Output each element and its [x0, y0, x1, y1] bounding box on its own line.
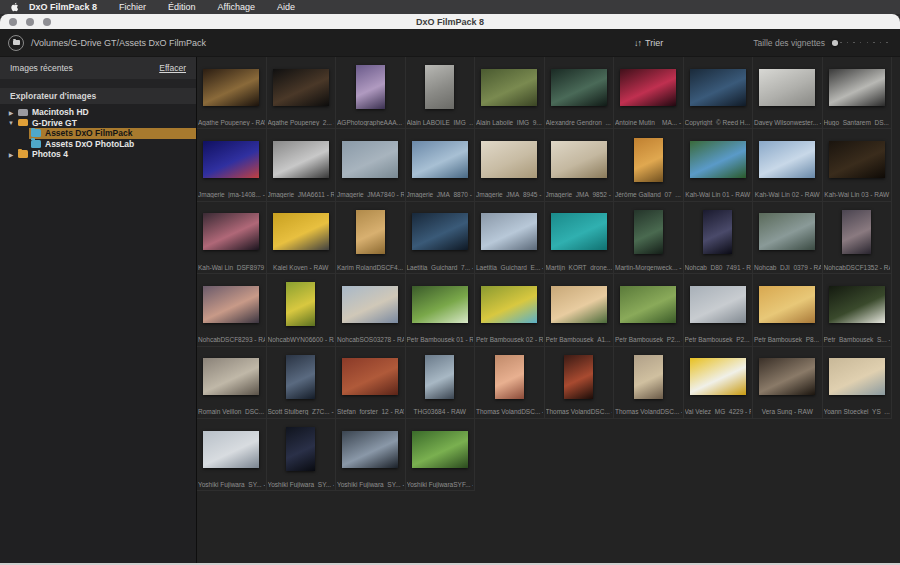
thumbnail-item[interactable]: NohcabSOS03278 - RAW — [336, 274, 406, 346]
thumbnail-image[interactable] — [203, 286, 259, 323]
thumbnail-item[interactable]: Petr_Bambousek_S... - RAW — [823, 274, 893, 346]
thumbnail-image[interactable] — [759, 141, 815, 178]
thumbnail-image[interactable] — [412, 141, 468, 178]
thumbnail-item[interactable]: AGPhotographeAAA... - RAW — [336, 57, 406, 129]
thumbnail-image[interactable] — [273, 213, 329, 250]
thumbnail-image[interactable] — [273, 141, 329, 178]
thumbnail-item[interactable]: Jérôme Galland_07_... - RAW — [614, 129, 684, 201]
thumbnail-item[interactable]: Thomas VolandDSC... - RAW — [614, 347, 684, 419]
thumbnail-item[interactable]: Antoine Mutin__MA... - RAW — [614, 57, 684, 129]
thumbnail-item[interactable]: Laetitia_Guichard_7... - RAW — [406, 202, 476, 274]
thumbnail-image[interactable] — [495, 355, 524, 399]
chevron-right-icon[interactable]: ▶ — [6, 109, 16, 116]
thumbnail-item[interactable]: Karim RolandDSCF4... - RAW — [336, 202, 406, 274]
thumbnail-image[interactable] — [481, 69, 537, 106]
thumbnail-image[interactable] — [690, 358, 746, 395]
thumbnail-item[interactable]: NohcabDSCF8293 - RAW — [197, 274, 267, 346]
thumbnail-item[interactable]: Romain Veillon_DSC... - RAW — [197, 347, 267, 419]
thumbnail-item[interactable]: Petr Bambousek 02 - RAW — [475, 274, 545, 346]
thumbnail-item[interactable]: Kah-Wai Lin 02 - RAW — [753, 129, 823, 201]
thumbnail-image[interactable] — [551, 141, 607, 178]
thumbnail-item[interactable]: Scott Stulberg_Z7C... - RAW — [267, 347, 337, 419]
thumbnail-image[interactable] — [412, 213, 468, 250]
menu-affichage[interactable]: Affichage — [207, 2, 266, 12]
thumbnail-item[interactable]: Thomas VolandDSC... - RAW — [545, 347, 615, 419]
thumbnail-image[interactable] — [842, 210, 871, 254]
thumbnail-item[interactable]: Kah-Wai Lin_DSF8979 - RAW — [197, 202, 267, 274]
thumbnail-image[interactable] — [425, 65, 454, 109]
thumbnail-item[interactable]: Jmagerie_JMA_8945 - RAW — [475, 129, 545, 201]
thumbnail-item[interactable]: Jmagerie_JMA7840 - RAW — [336, 129, 406, 201]
thumbnail-image[interactable] — [551, 69, 607, 106]
thumbnail-item[interactable]: Petr Bambousek_P8... - RAW — [753, 274, 823, 346]
thumbnail-image[interactable] — [356, 65, 385, 109]
menu-edition[interactable]: Édition — [157, 2, 207, 12]
thumbnail-item[interactable]: Jmagerie_JMA_8870 - RAW — [406, 129, 476, 201]
thumbnail-image[interactable] — [634, 138, 663, 182]
thumbnail-image[interactable] — [342, 431, 398, 468]
thumbnail-item[interactable]: Petr Bambousek_P2... - RAW — [684, 274, 754, 346]
thumbnail-image[interactable] — [829, 141, 885, 178]
thumbnail-image[interactable] — [412, 431, 468, 468]
clear-recent-link[interactable]: Effacer — [159, 63, 186, 73]
thumbnail-image[interactable] — [203, 431, 259, 468]
thumbnail-item[interactable]: Copyright_© Reed H... - RAW — [684, 57, 754, 129]
thumbnail-item[interactable]: Petr Bambousek_A1... - RAW — [545, 274, 615, 346]
sidebar-item-g-drive-gt[interactable]: ▼G-Drive GT — [0, 118, 196, 129]
thumbnail-item[interactable]: Agathe Poupeney - RAW — [197, 57, 267, 129]
thumbnail-image[interactable] — [412, 286, 468, 323]
thumbnail-item[interactable]: Vera Sung - RAW — [753, 347, 823, 419]
thumbnail-image[interactable] — [286, 427, 315, 471]
thumbnail-item[interactable]: Laetitia_Guichard_E... - RAW — [475, 202, 545, 274]
thumbnail-item[interactable]: Martin-Morgenweck... - RAW — [614, 202, 684, 274]
thumbnail-item[interactable]: Martijn_KORT_drone... - RAW — [545, 202, 615, 274]
thumbnail-image[interactable] — [759, 358, 815, 395]
folder-up-button[interactable] — [8, 35, 24, 51]
menu-aide[interactable]: Aide — [266, 2, 306, 12]
menu-app-name[interactable]: DxO FilmPack 8 — [20, 2, 108, 12]
thumbnail-image[interactable] — [203, 141, 259, 178]
thumbnail-item[interactable]: NohcabDSCF1352 - RAW — [823, 202, 893, 274]
thumbnail-image[interactable] — [481, 141, 537, 178]
thumbnail-item[interactable]: Jmagerie_jma-1408... - RAW — [197, 129, 267, 201]
thumbnail-item[interactable]: Nohcab_D80_7491 - RAW — [684, 202, 754, 274]
thumbnail-image[interactable] — [703, 210, 732, 254]
thumbnail-image[interactable] — [342, 286, 398, 323]
thumbnail-image[interactable] — [551, 213, 607, 250]
thumbnail-image[interactable] — [286, 282, 315, 326]
thumbnail-item[interactable]: Davey Wilsonwester... - RAW — [753, 57, 823, 129]
thumbnail-item[interactable]: Yoshiki Fujiwara_SY... - RAW — [336, 419, 406, 491]
thumbnail-item[interactable]: Jmagerie_JMA_9852 - RAW — [545, 129, 615, 201]
thumbnail-image[interactable] — [829, 358, 885, 395]
thumbnail-image[interactable] — [481, 213, 537, 250]
minimize-button[interactable] — [26, 18, 34, 26]
thumbnail-item[interactable]: Yoshiki Fujiwara_SY... - RAW — [197, 419, 267, 491]
zoom-button[interactable] — [43, 18, 51, 26]
thumbnail-item[interactable]: Nohcab_DJI_0379 - RAW — [753, 202, 823, 274]
slider-thumb[interactable] — [832, 40, 838, 46]
sort-button[interactable]: ↓↑ Trier — [634, 38, 663, 48]
thumbnail-item[interactable]: Jmagerie_JMA6611 - RAW — [267, 129, 337, 201]
thumbnail-item[interactable]: Kah-Wai Lin 03 - RAW — [823, 129, 893, 201]
thumbnail-item[interactable]: THG03684 - RAW — [406, 347, 476, 419]
thumbnail-item[interactable]: Yoann Stoeckel_YS_... - RAW — [823, 347, 893, 419]
thumbnail-image[interactable] — [620, 286, 676, 323]
thumbnail-image[interactable] — [690, 69, 746, 106]
thumbnail-image[interactable] — [759, 213, 815, 250]
thumbnail-image[interactable] — [286, 355, 315, 399]
thumbnail-size-slider[interactable] — [832, 38, 888, 48]
thumbnail-item[interactable]: Agathe Poupeney_2... - RAW — [267, 57, 337, 129]
sidebar-item-photos-4[interactable]: ▶Photos 4 — [0, 149, 196, 160]
thumbnail-image[interactable] — [273, 69, 329, 106]
thumbnail-item[interactable]: Val Velez_MG_4229 - RAW — [684, 347, 754, 419]
thumbnail-item[interactable]: Petr Bambousek_P2... - RAW — [614, 274, 684, 346]
thumbnail-item[interactable]: NohcabWYN06600 - RAW — [267, 274, 337, 346]
sidebar-item-macintosh-hd[interactable]: ▶Macintosh HD — [0, 107, 196, 118]
thumbnail-item[interactable]: Alain Laboile_IMG_9... - RAW — [475, 57, 545, 129]
thumbnail-item[interactable]: Petr Bambousek 01 - RAW — [406, 274, 476, 346]
thumbnail-image[interactable] — [342, 141, 398, 178]
thumbnail-item[interactable]: Yoshiki FujiwaraSYF... - RAW — [406, 419, 476, 491]
thumbnail-item[interactable]: Stefan_forster_12 - RAW — [336, 347, 406, 419]
chevron-right-icon[interactable]: ▶ — [6, 151, 16, 158]
thumbnail-image[interactable] — [690, 141, 746, 178]
